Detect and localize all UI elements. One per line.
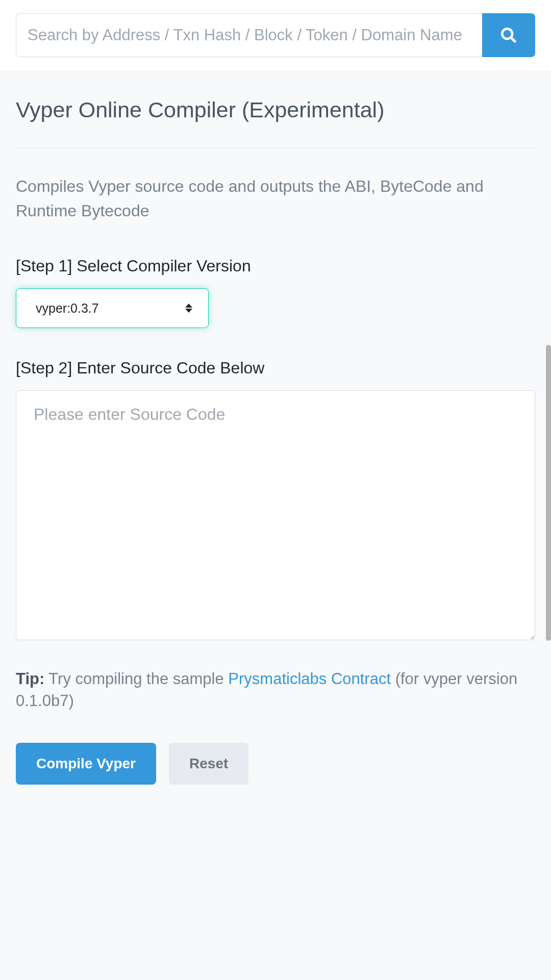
- divider: [16, 148, 535, 148]
- search-bar: [0, 0, 551, 70]
- search-icon: [501, 28, 516, 43]
- scrollbar[interactable]: [546, 345, 551, 641]
- compile-button[interactable]: Compile Vyper: [16, 743, 156, 785]
- prysmaticlabs-link[interactable]: Prysmaticlabs Contract: [228, 670, 391, 688]
- reset-button[interactable]: Reset: [169, 743, 248, 785]
- version-select-wrapper: vyper:0.3.7: [16, 288, 209, 328]
- button-row: Compile Vyper Reset: [16, 743, 535, 785]
- description-text: Compiles Vyper source code and outputs t…: [16, 174, 535, 223]
- page-title: Vyper Online Compiler (Experimental): [16, 86, 535, 122]
- search-input[interactable]: [16, 13, 482, 57]
- source-code-textarea[interactable]: [16, 390, 535, 640]
- tip-before-text: Try compiling the sample: [44, 670, 228, 688]
- search-button[interactable]: [482, 13, 535, 57]
- step2-label: [Step 2] Enter Source Code Below: [16, 359, 535, 378]
- step1-label: [Step 1] Select Compiler Version: [16, 257, 535, 275]
- tip-label: Tip:: [16, 670, 44, 688]
- tip-text: Tip: Try compiling the sample Prysmaticl…: [16, 668, 535, 712]
- compiler-version-select[interactable]: vyper:0.3.7: [16, 288, 209, 328]
- main-content: Vyper Online Compiler (Experimental) Com…: [0, 70, 551, 980]
